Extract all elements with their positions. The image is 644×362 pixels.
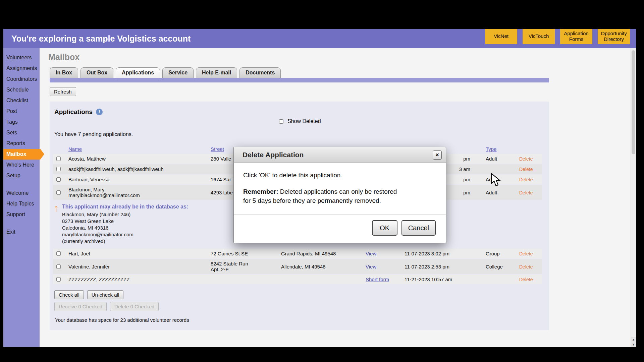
duplicate-warning-line: Blackmon, Mary (Number 246) [62, 211, 188, 218]
sidebar-item-reports[interactable]: Reports [3, 138, 40, 149]
row-checkbox[interactable] [56, 277, 61, 282]
sidebar-item-setup[interactable]: Setup [3, 170, 40, 181]
delete-application-link[interactable]: Delete [519, 177, 533, 182]
view-application-link[interactable]: View [366, 251, 376, 256]
delete-checked-button[interactable]: Delete 0 Checked [110, 302, 159, 311]
receive-checked-button[interactable]: Receive 0 Checked [54, 302, 107, 311]
sidebar-item-welcome[interactable]: Welcome [3, 188, 40, 198]
applicant-city [279, 274, 364, 285]
applicant-street [209, 274, 279, 285]
tab-out-box[interactable]: Out Box [80, 67, 113, 78]
dialog-close-button[interactable]: ✕ [433, 150, 442, 160]
delete-application-link[interactable]: Delete [519, 156, 533, 162]
show-deleted-checkbox[interactable] [279, 119, 283, 124]
up-arrow-icon: ↑ [54, 204, 59, 245]
scrollbar-thumb[interactable] [632, 50, 635, 154]
row-checkbox[interactable] [56, 157, 61, 161]
applicant-city: Grand Rapids, MI 49548 [279, 249, 364, 259]
dialog-actions: OK Cancel [234, 215, 446, 243]
table-row: Hart, Joel72 Gaines St SEGrand Rapids, M… [53, 249, 542, 259]
view-application-link[interactable]: View [366, 264, 376, 269]
sidebar-item-assignments[interactable]: Assignments [3, 63, 40, 74]
tab-underline-bar [50, 78, 549, 82]
scroll-down-button[interactable]: ▼ [631, 342, 636, 347]
tab-service[interactable]: Service [162, 67, 194, 78]
sidebar-item-post[interactable]: Post [3, 106, 40, 117]
sidebar-item-coordinators[interactable]: Coordinators [3, 74, 40, 84]
applicant-name: Bartman, Venessa [66, 174, 209, 185]
sidebar-item-tags[interactable]: Tags [3, 117, 40, 127]
mailbox-tabs: In BoxOut BoxApplicationsServiceHelp E-m… [50, 67, 631, 78]
top-button-vicnet[interactable]: VicNet [485, 29, 517, 44]
applicant-street: 8242 Stable RunApt. 2-E [209, 259, 279, 274]
sort-type-header[interactable]: Type [486, 146, 497, 152]
sidebar-item-mailbox[interactable]: Mailbox [3, 149, 44, 160]
row-checkbox[interactable] [56, 264, 61, 269]
show-deleted-label-wrap: Show Deleted [278, 118, 321, 124]
dialog-remember-text: Remember: Deleted applications can only … [243, 187, 397, 205]
sidebar-item-help-topics[interactable]: Help Topics [3, 198, 40, 209]
table-row: ZZZZZZZZZ, ZZZZZZZZZZShort form11-21-202… [53, 274, 542, 285]
close-icon: ✕ [435, 152, 439, 158]
top-button-application-forms[interactable]: Application Forms [560, 29, 592, 44]
delete-application-dialog: Delete Application ✕ Click 'OK' to delet… [233, 147, 446, 243]
sidebar-item-checklist[interactable]: Checklist [3, 95, 40, 106]
sidebar-item-support[interactable]: Support [3, 209, 40, 220]
application-type: College [484, 259, 517, 274]
applicant-name: ZZZZZZZZZ, ZZZZZZZZZZ [66, 274, 209, 285]
show-deleted-label: Show Deleted [287, 118, 321, 124]
sort-name-header[interactable]: Name [68, 146, 82, 152]
delete-application-link[interactable]: Delete [519, 277, 533, 282]
info-icon[interactable]: i [96, 109, 103, 115]
applicant-city: Allendale, MI 49548 [279, 259, 364, 274]
delete-application-link[interactable]: Delete [519, 190, 533, 195]
sidebar-item-exit[interactable]: Exit [3, 227, 40, 237]
applications-heading: Applications [54, 108, 93, 116]
delete-application-link[interactable]: Delete [519, 167, 533, 172]
tab-applications[interactable]: Applications [116, 67, 160, 78]
sidebar-item-volunteers[interactable]: Volunteers [3, 52, 40, 63]
top-buttons: VicNetVicTouchApplication FormsOpportuni… [485, 29, 630, 44]
check-all-button[interactable]: Check all [54, 290, 84, 299]
application-date: 11-21-2023 10:57 am [402, 274, 484, 285]
applicant-name: Acosta, Matthew [66, 154, 209, 164]
ok-button[interactable]: OK [372, 220, 397, 236]
row-checkbox[interactable] [56, 177, 61, 182]
view-application-link[interactable]: Short form [366, 277, 389, 282]
top-button-opportunity-directory[interactable]: Opportunity Directory [598, 29, 630, 44]
browser-viewport: You're exploring a sample Volgistics acc… [3, 29, 636, 347]
applicant-name: Valentine, Jennifer [66, 259, 209, 274]
sidebar-item-who-s-here[interactable]: Who's Here [3, 160, 40, 170]
uncheck-all-button[interactable]: Un-check all [87, 290, 124, 299]
sidebar-nav: VolunteersAssignmentsCoordinatorsSchedul… [3, 48, 40, 347]
duplicate-warning-line: Caledonia, MI 49316 [62, 225, 188, 231]
tab-help-e-mail[interactable]: Help E-mail [196, 67, 237, 78]
scroll-up-button[interactable]: ▲ [631, 337, 636, 342]
application-date: 11-07-2023 2:53 pm [402, 259, 484, 274]
top-button-victouch[interactable]: VicTouch [523, 29, 555, 44]
applicant-name: asdkjfhjkasdfhliweuh, asdkjfhjkasdfhliwe… [66, 164, 209, 174]
application-date: 11-07-2023 3:02 pm [402, 249, 484, 259]
database-space-note: Your database has space for 23 additiona… [55, 317, 546, 323]
sidebar-item-schedule[interactable]: Schedule [3, 84, 40, 95]
sidebar-item-sets[interactable]: Sets [3, 127, 40, 138]
delete-application-link[interactable]: Delete [519, 264, 533, 269]
tab-documents[interactable]: Documents [239, 67, 281, 78]
row-checkbox[interactable] [56, 167, 61, 171]
cancel-button[interactable]: Cancel [401, 220, 436, 236]
sort-street-header[interactable]: Street [211, 146, 224, 152]
delete-application-link[interactable]: Delete [519, 251, 533, 256]
application-type: Group [484, 249, 517, 259]
application-type: Adult [484, 154, 517, 164]
tab-in-box[interactable]: In Box [50, 67, 78, 78]
application-type: Adult [484, 174, 517, 185]
vertical-scrollbar: ▲ ▼ [631, 48, 636, 347]
page-title: Mailbox [48, 52, 631, 62]
duplicate-warning-line: marylblackmon@mailinator.com [62, 231, 188, 238]
refresh-button[interactable]: Refresh [50, 87, 76, 96]
top-banner: You're exploring a sample Volgistics acc… [3, 29, 636, 48]
applicant-name: Hart, Joel [66, 249, 209, 259]
row-checkbox[interactable] [56, 251, 61, 256]
row-checkbox[interactable] [56, 190, 61, 195]
application-type [484, 274, 517, 285]
